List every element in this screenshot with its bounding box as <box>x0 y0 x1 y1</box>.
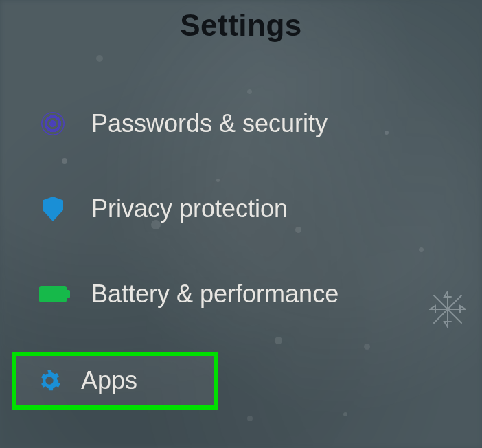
target-icon <box>38 109 68 139</box>
settings-item-label: Apps <box>81 366 137 395</box>
page-title: Settings <box>0 8 482 43</box>
battery-icon <box>38 279 68 309</box>
settings-item-passwords-security[interactable]: Passwords & security <box>0 96 482 151</box>
settings-item-label: Battery & performance <box>91 280 338 309</box>
settings-list: Passwords & security Privacy protection … <box>0 96 482 410</box>
shield-icon <box>38 194 68 224</box>
settings-item-battery-performance[interactable]: Battery & performance <box>0 267 482 322</box>
settings-item-label: Passwords & security <box>91 109 328 138</box>
settings-item-label: Privacy protection <box>91 194 288 223</box>
settings-item-privacy-protection[interactable]: Privacy protection <box>0 181 482 236</box>
settings-item-apps[interactable]: Apps <box>12 352 218 410</box>
gear-icon <box>34 366 65 396</box>
